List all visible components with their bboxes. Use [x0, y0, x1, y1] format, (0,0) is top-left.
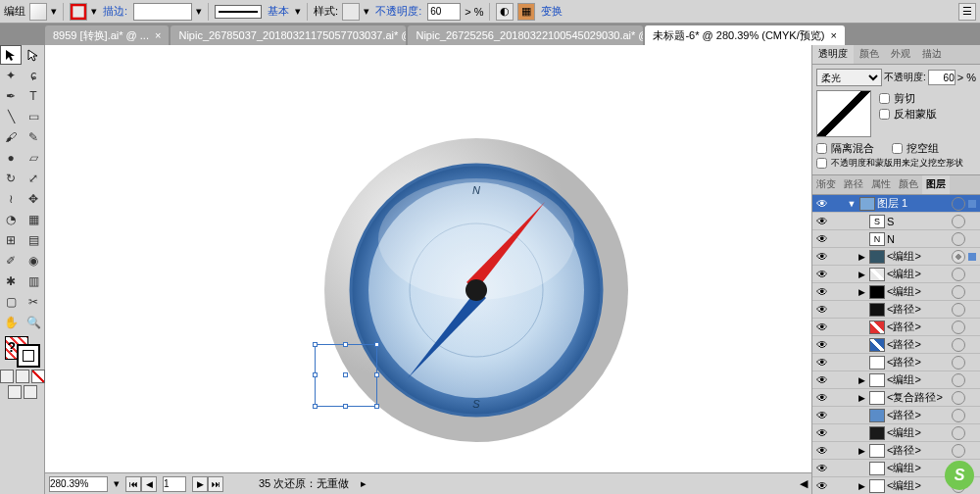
hand-tool[interactable]: ✋	[0, 313, 22, 332]
width-tool[interactable]: ≀	[0, 189, 22, 209]
type-tool[interactable]: T	[23, 86, 44, 106]
disclosure-triangle-icon[interactable]: ▶	[856, 252, 867, 262]
tab-gradient[interactable]: 渐变	[812, 175, 840, 194]
disclosure-triangle-icon[interactable]: ▼	[846, 199, 858, 209]
opacity-thumb[interactable]	[816, 90, 871, 137]
slice-tool[interactable]: ✂	[23, 292, 44, 312]
visibility-toggle-icon[interactable]: 👁	[812, 373, 832, 387]
knockout-checkbox[interactable]	[892, 143, 903, 154]
target-icon[interactable]	[952, 356, 965, 370]
layer-row[interactable]: 👁<路径>	[812, 407, 980, 424]
layer-row[interactable]: 👁▶<编组>	[812, 266, 980, 283]
tab-color[interactable]: 颜色	[854, 45, 885, 64]
visibility-toggle-icon[interactable]: 👁	[812, 268, 832, 281]
visibility-toggle-icon[interactable]: 👁	[812, 462, 832, 475]
none-mode-button[interactable]	[31, 370, 45, 383]
layer-row[interactable]: 👁▶<编组>	[812, 248, 980, 266]
visibility-toggle-icon[interactable]: 👁	[812, 250, 832, 264]
layer-name-label[interactable]: <路径>	[887, 408, 952, 422]
stroke-swatch-button[interactable]	[70, 3, 87, 21]
graph-tool[interactable]: ▥	[23, 272, 44, 291]
scale-tool[interactable]: ⤢	[23, 169, 44, 188]
selection-bounding-box[interactable]	[315, 344, 377, 407]
layer-row[interactable]: 👁<路径>	[812, 301, 980, 319]
layer-name-label[interactable]: <编组>	[887, 461, 952, 475]
stroke-label[interactable]: 描边:	[103, 4, 127, 19]
tab-appearance[interactable]: 外观	[885, 45, 916, 64]
opacity-label[interactable]: 不透明度:	[375, 4, 421, 19]
layer-name-label[interactable]: <路径>	[887, 443, 952, 458]
target-icon[interactable]	[952, 197, 965, 211]
arrow-down-icon[interactable]: ▾	[364, 5, 369, 18]
arrow-down-icon[interactable]: ▾	[91, 5, 97, 18]
target-icon[interactable]	[952, 338, 965, 352]
target-icon[interactable]	[952, 444, 965, 458]
blob-brush-tool[interactable]: ●	[0, 148, 22, 168]
rotate-tool[interactable]: ↻	[0, 169, 22, 188]
target-icon[interactable]	[952, 285, 965, 299]
prev-artboard-button[interactable]: ◀	[141, 476, 157, 492]
visibility-toggle-icon[interactable]: 👁	[812, 426, 832, 440]
transform-link[interactable]: 变换	[541, 4, 563, 19]
layer-row[interactable]: 👁SS	[812, 213, 980, 230]
visibility-toggle-icon[interactable]: 👁	[812, 356, 832, 370]
tab-colorguide[interactable]: 颜色	[895, 175, 922, 194]
document-tab[interactable]: Nipic_26725256_20180322100545029030.ai* …	[408, 25, 643, 45]
document-tab[interactable]: 未标题-6* @ 280.39% (CMYK/预览)×	[645, 25, 844, 45]
layer-name-label[interactable]: <编组>	[887, 372, 952, 387]
disclosure-triangle-icon[interactable]: ▶	[856, 446, 867, 456]
eyedropper-tool[interactable]: ✐	[0, 251, 22, 271]
paintbrush-tool[interactable]: 🖌	[0, 127, 22, 147]
screen-mode-normal[interactable]	[8, 385, 22, 399]
document-tab[interactable]: Nipic_26785037_20180321175057703037.ai* …	[171, 25, 406, 45]
target-icon[interactable]	[952, 426, 965, 440]
zoom-tool[interactable]: 🔍	[23, 313, 44, 332]
panel-menu-button[interactable]: ☰	[958, 3, 976, 21]
visibility-toggle-icon[interactable]: 👁	[812, 409, 832, 422]
tab-pathfinder[interactable]: 路径	[840, 175, 867, 194]
layer-row[interactable]: 👁▶<复合路径>	[812, 389, 980, 407]
document-tab[interactable]: 8959 [转换].ai* @ ...×	[45, 25, 169, 45]
rectangle-tool[interactable]: ▭	[23, 107, 44, 126]
layer-name-label[interactable]: S	[887, 216, 952, 227]
layer-name-label[interactable]: 图层 1	[877, 196, 952, 211]
clip-checkbox[interactable]	[879, 93, 890, 104]
layer-name-label[interactable]: <编组>	[887, 284, 952, 299]
target-icon[interactable]	[952, 409, 965, 422]
tab-attributes[interactable]: 属性	[867, 175, 895, 194]
isolate-blending-checkbox[interactable]	[816, 143, 827, 154]
layer-row[interactable]: 👁<路径>	[812, 319, 980, 336]
gradient-tool[interactable]: ▤	[23, 230, 44, 250]
target-icon[interactable]	[952, 250, 965, 264]
blend-tool[interactable]: ◉	[23, 251, 44, 271]
opacity-defines-knockout-checkbox[interactable]	[816, 158, 827, 169]
tab-layers[interactable]: 图层	[922, 175, 950, 194]
layer-row[interactable]: 👁<路径>	[812, 336, 980, 354]
visibility-toggle-icon[interactable]: 👁	[812, 479, 832, 493]
disclosure-triangle-icon[interactable]: ▶	[856, 270, 867, 279]
visibility-toggle-icon[interactable]: 👁	[812, 232, 832, 246]
layer-row[interactable]: 👁▶<路径>	[812, 442, 980, 460]
blend-mode-select[interactable]: 柔光	[816, 69, 882, 86]
free-transform-tool[interactable]: ✥	[23, 189, 44, 209]
mesh-tool[interactable]: ⊞	[0, 230, 22, 250]
layer-name-label[interactable]: <路径>	[887, 337, 952, 352]
selection-tool[interactable]	[0, 45, 22, 65]
visibility-toggle-icon[interactable]: 👁	[812, 285, 832, 299]
layer-name-label[interactable]: <路径>	[887, 355, 952, 370]
status-menu-icon[interactable]: ▸	[361, 477, 367, 490]
visibility-toggle-icon[interactable]: 👁	[812, 321, 832, 334]
symbol-sprayer-tool[interactable]: ✱	[0, 272, 22, 291]
pen-tool[interactable]: ✒	[0, 86, 22, 106]
layer-name-label[interactable]: <编组>	[887, 425, 952, 440]
lasso-tool[interactable]: ɕ	[23, 66, 44, 85]
target-icon[interactable]	[952, 268, 965, 281]
panel-opacity-input[interactable]	[928, 70, 956, 85]
target-icon[interactable]	[952, 215, 965, 228]
disclosure-triangle-icon[interactable]: ▶	[856, 481, 867, 491]
visibility-toggle-icon[interactable]: 👁	[812, 215, 832, 228]
disclosure-triangle-icon[interactable]: ▶	[856, 287, 867, 297]
visibility-toggle-icon[interactable]: 👁	[812, 338, 832, 352]
next-artboard-button[interactable]: ▶	[192, 476, 208, 492]
tab-transparency[interactable]: 透明度	[812, 45, 854, 64]
